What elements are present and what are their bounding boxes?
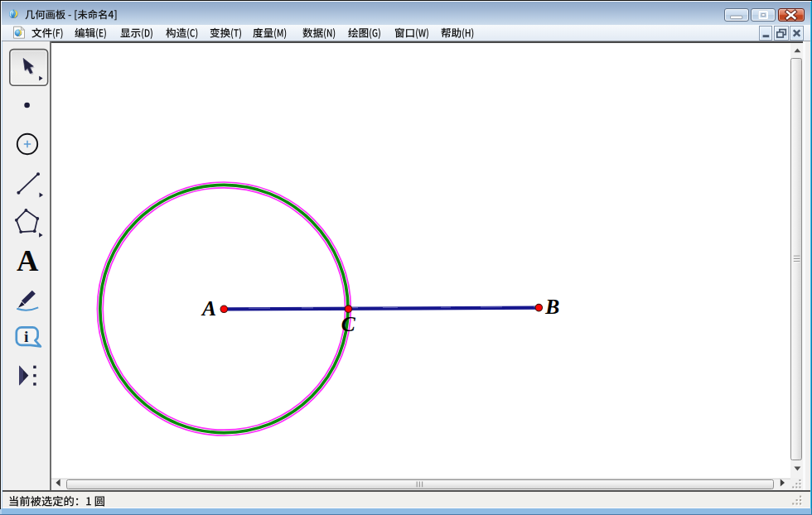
svg-text:i: i bbox=[24, 328, 29, 345]
svg-text:A: A bbox=[17, 243, 39, 277]
